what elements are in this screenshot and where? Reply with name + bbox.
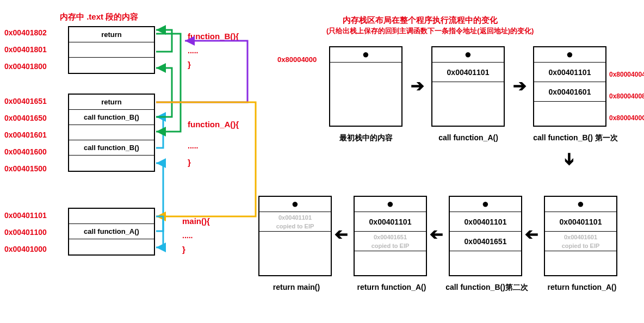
arrow-down-icon: ➔ <box>560 152 579 166</box>
stack-caption: return function_A() <box>348 283 435 291</box>
addr: 0x00401650 <box>4 114 64 122</box>
arrow-left-icon: ➔ <box>525 226 538 245</box>
addr: 0x00401601 <box>4 131 64 139</box>
text-block-b: return <box>68 26 155 74</box>
arrow-right-icon: ➔ <box>513 76 527 95</box>
side-addr: 0x80004008 <box>609 92 644 100</box>
stack-caption: return main() <box>253 283 340 291</box>
stack-row: 0x00401101 <box>432 63 504 82</box>
stack-dot: ● <box>450 197 521 212</box>
stack-caption: return function_A() <box>538 283 626 291</box>
stack-dot: ● <box>545 197 616 212</box>
stack-top-addr: 0x80004000 <box>277 55 317 64</box>
func-a-sig: function_A(){ <box>188 120 239 129</box>
main-sig: main(){ <box>182 216 210 226</box>
side-addr: 0x8000400C <box>609 114 644 122</box>
text-block-main: call function_A() <box>68 208 155 256</box>
func-b-sig: function_B(){ <box>188 32 239 41</box>
stack-caption: call function_A() <box>428 133 509 142</box>
arrow-right-icon: ➔ <box>411 76 424 95</box>
stack-row: 0x00401101 <box>545 212 616 232</box>
func-a-dots: ..... <box>188 141 198 150</box>
text-row <box>69 239 154 254</box>
stack-call-b1: ● 0x00401101 0x00401601 <box>533 46 606 127</box>
arrow-left-icon: ➔ <box>335 226 348 245</box>
stack-row: 0x00401101 <box>534 63 605 82</box>
stack-initial: ● <box>329 46 403 127</box>
stack-ghost: 0x00401101 copied to EIP <box>259 212 331 232</box>
stack-call-b2: ● 0x00401101 0x00401651 <box>449 196 522 276</box>
stack-dot: ● <box>432 47 504 63</box>
text-block-a: return call function_B() call function_B… <box>68 94 155 172</box>
text-row <box>69 42 154 58</box>
text-row: call function_B() <box>69 140 154 156</box>
text-row <box>69 125 154 140</box>
addr: 0x00401801 <box>4 45 64 54</box>
stack-caption: call function_B()第二次 <box>443 283 530 293</box>
addr: 0x00401000 <box>4 245 64 253</box>
addr: 0x00401500 <box>4 164 64 173</box>
stack-dot: ● <box>534 47 605 63</box>
stack-row: 0x00401601 <box>534 82 605 102</box>
stack-ret-a2: ● 0x00401101 0x00401651 copied to EIP <box>354 196 427 276</box>
arrow-left-icon: ➔ <box>430 226 443 245</box>
stack-caption: call function_B() 第一次 <box>527 133 624 143</box>
addr: 0x00401101 <box>4 211 64 220</box>
stack-row: 0x00401101 <box>355 212 426 232</box>
text-row <box>69 156 154 171</box>
stack-caption: 最初栈中的内容 <box>325 133 407 143</box>
text-row <box>69 209 154 224</box>
stack-ret-main: ● 0x00401101 copied to EIP <box>258 196 332 276</box>
stack-ghost: 0x00401651 copied to EIP <box>355 232 426 251</box>
addr: 0x00401802 <box>4 28 64 37</box>
side-addr: 0x80004004 <box>609 71 644 78</box>
stack-title: 内存栈区布局在整个程序执行流程中的变化 <box>343 15 498 26</box>
main-dots: ..... <box>182 231 193 240</box>
stack-call-a: ● 0x00401101 <box>431 46 505 127</box>
stack-dot: ● <box>259 197 331 212</box>
stack-ghost: 0x00401601 copied to EIP <box>545 232 616 251</box>
func-b-dots: ..... <box>188 46 198 55</box>
text-row: return <box>69 95 154 110</box>
text-row: return <box>69 27 154 42</box>
main-close: } <box>182 245 185 254</box>
text-row: call function_B() <box>69 110 154 125</box>
stack-dot: ● <box>330 47 401 63</box>
stack-subtitle: (只给出栈上保存的回到主调函数下一条指令地址(返回地址)的变化) <box>326 26 534 36</box>
addr: 0x00401600 <box>4 147 64 156</box>
text-row: call function_A() <box>69 224 154 239</box>
text-row <box>69 58 154 73</box>
stack-ret-a1: ● 0x00401101 0x00401601 copied to EIP <box>544 196 617 276</box>
addr: 0x00401100 <box>4 228 64 237</box>
addr: 0x00401651 <box>4 97 64 105</box>
stack-row: 0x00401651 <box>450 232 521 251</box>
text-segment-title: 内存中 .text 段的内容 <box>60 12 138 22</box>
func-b-close: } <box>188 60 191 69</box>
stack-dot: ● <box>355 197 426 212</box>
stack-row: 0x00401101 <box>450 212 521 232</box>
func-a-close: } <box>188 158 191 167</box>
addr: 0x00401800 <box>4 62 64 71</box>
